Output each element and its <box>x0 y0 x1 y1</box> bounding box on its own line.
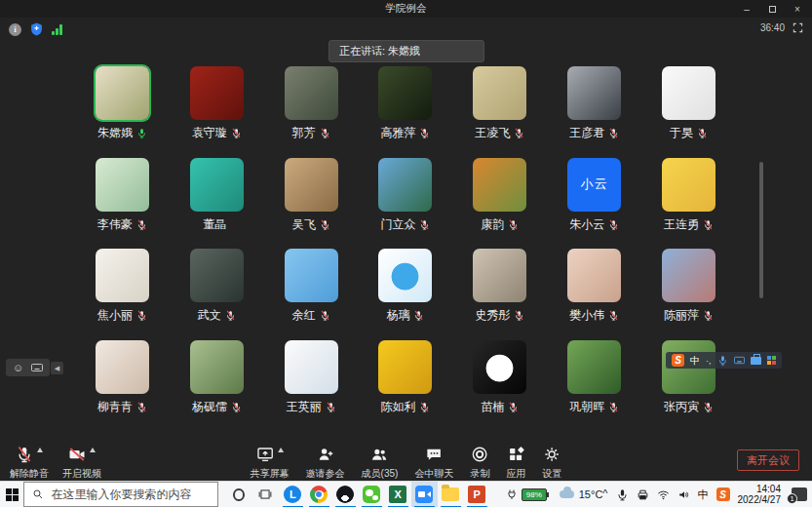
toolbar-button-members[interactable]: 成员(35) <box>362 445 399 481</box>
participant-tile[interactable]: 门立众 <box>359 158 453 250</box>
temperature: 15°C <box>579 488 603 500</box>
ime-apps-icon[interactable] <box>767 356 776 365</box>
taskbar-app-meeting[interactable] <box>411 482 438 507</box>
participant-nameline: 焦小丽 <box>97 309 147 322</box>
participant-tile[interactable]: 康韵 <box>452 158 547 250</box>
participant-tile[interactable]: 小云 朱小云 <box>547 158 641 250</box>
participant-tile[interactable]: 焦小丽 <box>75 249 170 340</box>
hidden-icons-chevron[interactable]: ^ <box>602 488 607 499</box>
caret-up-icon[interactable] <box>90 448 96 452</box>
participant-tile[interactable]: 王英丽 <box>264 340 359 432</box>
cortana-icon[interactable] <box>233 488 244 501</box>
caret-up-icon[interactable] <box>278 448 284 452</box>
wifi-icon[interactable] <box>657 488 670 501</box>
network-signal-icon[interactable] <box>52 24 62 35</box>
ime-punctuation-icon[interactable]: ·, <box>706 356 712 366</box>
participant-tile[interactable]: 陈如利 <box>359 340 453 432</box>
participant-tile[interactable]: 高雅萍 <box>359 66 453 158</box>
ime-mode-indicator[interactable]: 中 <box>690 354 700 368</box>
participant-tile[interactable]: 杨砚儒 <box>170 340 264 432</box>
ime-toolbox-icon[interactable] <box>751 357 761 365</box>
avatar <box>473 340 526 394</box>
toolbar-button-icon <box>317 446 334 463</box>
caret-up-icon[interactable] <box>37 448 43 452</box>
ime-language-indicator[interactable]: 中 <box>698 488 709 502</box>
participant-tile[interactable]: 于昊 <box>641 66 736 158</box>
participant-name: 袁守璇 <box>192 125 227 141</box>
toolbar-button-label: 成员(35) <box>362 467 399 481</box>
toolbar-button-record[interactable]: 录制 <box>470 445 489 481</box>
participant-name: 柳青青 <box>97 399 133 415</box>
toolbar-button-invite[interactable]: 邀请参会 <box>306 445 345 481</box>
taskbar-app-powerpoint[interactable]: P <box>464 482 490 507</box>
grid-scrollbar[interactable] <box>759 162 763 298</box>
participant-tile[interactable]: 王连勇 <box>641 158 736 250</box>
start-button[interactable] <box>0 482 23 507</box>
toolbar-button-share[interactable]: 共享屏幕 <box>251 445 290 481</box>
participant-tile[interactable]: 苗楠 <box>452 340 547 432</box>
battery-indicator[interactable]: 98% <box>506 488 547 501</box>
collapse-arrow-button[interactable]: ◀ <box>51 362 63 374</box>
participant-tile[interactable]: 史秀彤 <box>452 249 547 340</box>
fullscreen-icon[interactable] <box>793 22 803 33</box>
minimize-button[interactable]: – <box>734 0 759 18</box>
timer-area: 36:40 <box>760 22 803 33</box>
avatar <box>662 249 715 302</box>
participant-tile[interactable]: 郭芳 <box>264 66 359 158</box>
taskbar-search-input[interactable]: 在这里输入你要搜索的内容 <box>23 482 218 507</box>
mic-status-icon <box>136 128 147 138</box>
l-app-icon: L <box>284 486 301 503</box>
participant-tile[interactable]: 王凌飞 <box>452 66 547 158</box>
participant-tile[interactable]: 杨璃 <box>359 249 453 340</box>
sogou-logo-icon[interactable]: S <box>672 354 684 367</box>
task-view-icon[interactable] <box>258 488 272 501</box>
toolbar-button-settings[interactable]: 设置 <box>542 445 561 481</box>
participant-tile[interactable]: 樊小伟 <box>547 249 641 340</box>
taskbar-app-excel[interactable]: X <box>385 482 411 507</box>
participant-name: 朱嫦娥 <box>97 125 133 141</box>
voice-input-icon[interactable] <box>717 355 728 366</box>
toolbar-button-chat[interactable]: 会中聊天 <box>414 445 453 481</box>
participant-tile[interactable]: 袁守璇 <box>170 66 264 158</box>
leave-meeting-button[interactable]: 离开会议 <box>737 449 799 471</box>
participant-name: 王凌飞 <box>475 125 510 141</box>
security-shield-icon[interactable] <box>30 22 43 36</box>
toolbar-button-camOff[interactable]: 开启视频 <box>62 445 101 481</box>
participant-name: 吴飞 <box>292 216 316 233</box>
taskbar-app-wechat[interactable] <box>359 482 385 507</box>
participant-tile[interactable]: 吴飞 <box>264 158 359 250</box>
participant-nameline: 武文 <box>198 309 236 322</box>
sogou-tray-icon[interactable]: S <box>716 488 730 501</box>
taskbar-app-explorer[interactable] <box>438 482 464 507</box>
close-button[interactable]: × <box>785 0 810 18</box>
participant-tile[interactable]: 李伟豪 <box>75 158 170 250</box>
maximize-button[interactable] <box>759 0 785 18</box>
caption-keyboard-icon[interactable] <box>31 363 43 372</box>
tray-mic-icon[interactable] <box>616 488 629 501</box>
ime-keyboard-icon[interactable] <box>734 355 745 366</box>
toolbar-button-label: 录制 <box>470 467 489 481</box>
taskbar-app-chrome[interactable] <box>306 482 332 507</box>
meeting-info-icon[interactable]: i <box>9 23 21 36</box>
speaker-icon[interactable] <box>677 488 690 501</box>
taskbar-app-l[interactable]: L <box>280 482 306 507</box>
participant-tile[interactable]: 武文 <box>170 249 264 340</box>
emoji-reaction-icon[interactable]: ☺ <box>13 363 23 373</box>
toolbar-button-apps[interactable]: 应用 <box>506 445 525 481</box>
notification-center-icon[interactable]: 1 <box>792 488 807 501</box>
participant-tile[interactable]: 王彦君 <box>547 66 641 158</box>
participant-tile[interactable]: 董晶 <box>170 158 264 250</box>
avatar <box>285 158 338 212</box>
taskbar-clock[interactable]: 14:04 2022/4/27 <box>738 484 782 505</box>
participant-tile[interactable]: 柳青青 <box>75 340 170 432</box>
toolbar-button-micMutedBig[interactable]: 解除静音 <box>10 445 49 481</box>
weather-widget[interactable]: 15°C <box>560 488 603 500</box>
participant-tile[interactable]: 朱嫦娥 <box>75 66 170 158</box>
participant-tile[interactable]: 余红 <box>264 249 359 340</box>
participant-tile[interactable]: 巩朝晖 <box>547 340 641 432</box>
participant-tile[interactable]: 陈丽萍 <box>641 249 736 340</box>
avatar <box>285 340 338 394</box>
printer-icon[interactable] <box>637 488 649 501</box>
taskbar-app-qq[interactable] <box>332 482 359 507</box>
meeting-window: 学院例会 – × i 36:40 正在讲话: 朱嫦娥 朱嫦娥 <box>0 0 812 507</box>
